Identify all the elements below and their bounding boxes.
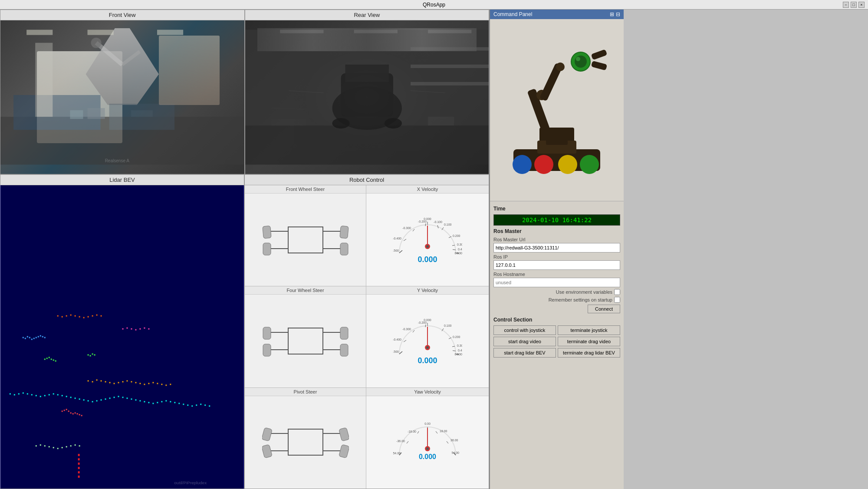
svg-rect-101 — [148, 328, 149, 330]
robot-control-title: Robot Control — [245, 175, 489, 185]
terminate-drag-lidar-button[interactable]: terminate drag lidar BEV — [558, 348, 620, 358]
svg-rect-42 — [81, 415, 82, 416]
svg-rect-102 — [10, 393, 11, 394]
robot-control-panel: Robot Control Front Wheel Steer — [244, 174, 489, 489]
svg-rect-81 — [161, 384, 162, 385]
svg-text:54.00: 54.00 — [451, 451, 459, 454]
svg-rect-21 — [411, 82, 489, 85]
svg-text:0.00: 0.00 — [424, 422, 431, 425]
svg-rect-134 — [148, 402, 149, 403]
svg-rect-119 — [83, 399, 85, 400]
remember-label: Remember settings on startup — [549, 297, 612, 302]
svg-line-200 — [425, 223, 426, 226]
svg-rect-85 — [62, 316, 63, 318]
svg-rect-71 — [118, 382, 119, 383]
connect-button[interactable]: Connect — [588, 305, 620, 313]
svg-text:0.300: 0.300 — [457, 243, 462, 246]
svg-rect-35 — [66, 409, 67, 410]
svg-rect-115 — [66, 396, 67, 397]
svg-rect-3 — [26, 30, 53, 35]
svg-text:0.500: 0.500 — [454, 353, 462, 356]
remember-checkbox[interactable] — [614, 297, 620, 303]
svg-rect-66 — [96, 379, 98, 381]
terminate-drag-video-button[interactable]: terminate drag video — [558, 337, 620, 346]
float-icon[interactable]: ⊞ — [610, 11, 614, 17]
svg-rect-174 — [263, 243, 271, 255]
svg-line-8 — [122, 52, 140, 65]
svg-rect-158 — [75, 444, 76, 446]
ros-hostname-label: Ros Hostname — [493, 272, 620, 277]
svg-rect-152 — [49, 446, 50, 447]
expand-icon[interactable]: ⊟ — [616, 11, 620, 17]
front-wheel-steer-panel: Front Wheel Steer — [245, 185, 366, 286]
svg-rect-41 — [79, 414, 80, 415]
svg-line-198 — [413, 229, 414, 231]
svg-rect-136 — [157, 402, 158, 403]
svg-text:Realsense A: Realsense A — [105, 158, 130, 163]
svg-rect-36 — [68, 410, 69, 412]
front-steer-diagram — [262, 218, 349, 262]
svg-line-254 — [447, 441, 448, 443]
svg-point-218 — [426, 245, 429, 248]
svg-rect-108 — [36, 395, 37, 396]
svg-rect-38 — [72, 413, 74, 414]
svg-rect-116 — [70, 397, 72, 398]
y-velocity-gauge: -0.500 -0.400 -0.300 -0.200 0.000 — [393, 313, 462, 369]
svg-text:-0.300: -0.300 — [402, 226, 411, 230]
svg-text:0.200: 0.200 — [453, 234, 460, 237]
svg-rect-18 — [428, 30, 471, 33]
svg-rect-87 — [70, 315, 72, 316]
svg-rect-272 — [591, 49, 608, 60]
ros-hostname-input[interactable] — [493, 278, 620, 287]
rear-view-panel: Rear View — [245, 10, 490, 174]
svg-rect-147 — [204, 404, 206, 406]
svg-rect-43 — [44, 358, 46, 360]
start-drag-lidar-button[interactable]: start drag lidar BEV — [493, 348, 556, 358]
svg-rect-125 — [109, 397, 111, 399]
x-velocity-panel: X Velocity -0.500 — [366, 185, 489, 286]
svg-rect-185 — [288, 429, 323, 455]
svg-rect-60 — [38, 336, 39, 338]
svg-rect-37 — [70, 412, 72, 414]
svg-rect-156 — [66, 446, 67, 447]
minimize-button[interactable]: − — [843, 2, 849, 8]
start-drag-video-button[interactable]: start drag video — [493, 337, 556, 346]
svg-rect-161 — [78, 471, 80, 473]
svg-rect-59 — [36, 337, 37, 338]
svg-text:0.300: 0.300 — [457, 344, 462, 347]
x-velocity-content: -0.500 -0.400 -0.300 — [366, 194, 489, 286]
svg-rect-118 — [79, 398, 80, 400]
svg-rect-39 — [75, 412, 76, 414]
left-area: Front View — [0, 10, 489, 489]
svg-rect-106 — [27, 393, 28, 394]
svg-rect-275 — [546, 134, 568, 145]
svg-rect-58 — [33, 338, 35, 339]
svg-rect-88 — [75, 315, 76, 317]
control-joystick-button[interactable]: control with joystick — [493, 325, 556, 335]
env-vars-checkbox[interactable] — [614, 289, 620, 295]
svg-rect-6 — [35, 43, 53, 117]
maximize-button[interactable]: □ — [851, 2, 857, 8]
svg-text:0.000: 0.000 — [424, 217, 431, 220]
svg-rect-132 — [139, 400, 141, 401]
pivot-steer-title: Pivot Steer — [245, 388, 366, 396]
command-panel-header: Command Panel ⊞ ⊟ — [490, 10, 624, 19]
svg-rect-151 — [44, 445, 46, 446]
svg-rect-155 — [62, 447, 63, 448]
svg-rect-190 — [262, 427, 272, 441]
svg-rect-48 — [55, 360, 56, 361]
svg-rect-20 — [411, 65, 489, 68]
svg-rect-55 — [27, 336, 28, 338]
close-button[interactable]: × — [858, 2, 865, 8]
front-view-panel: Front View — [0, 10, 245, 174]
terminate-joystick-button[interactable]: terminate joystick — [558, 325, 620, 335]
ros-url-input[interactable] — [493, 243, 620, 253]
svg-rect-144 — [191, 405, 193, 407]
connect-row: Connect — [493, 305, 620, 313]
svg-rect-181 — [263, 327, 271, 339]
svg-rect-149 — [36, 445, 37, 446]
remember-row: Remember settings on startup — [493, 297, 620, 303]
svg-rect-16 — [280, 30, 323, 33]
ros-ip-input[interactable] — [493, 260, 620, 270]
yaw-velocity-value: 0.000 — [419, 453, 436, 461]
